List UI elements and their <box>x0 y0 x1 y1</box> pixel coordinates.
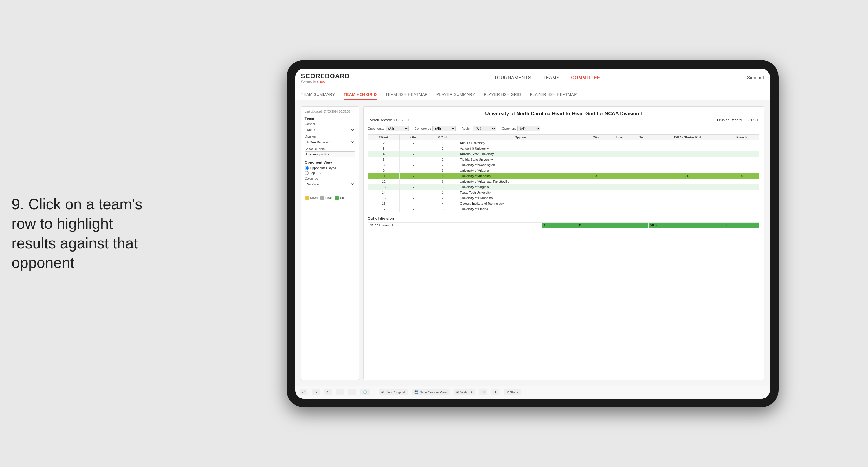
sign-out[interactable]: | Sign out <box>744 75 764 81</box>
cell-conf: 1 <box>428 189 458 195</box>
conference-select[interactable]: (All) <box>432 126 456 132</box>
cell-diff <box>651 201 724 206</box>
cell-conf: 2 <box>428 157 458 162</box>
undo2-button[interactable]: ⟲ <box>324 389 332 396</box>
cell-tie <box>632 195 651 201</box>
col-conf: # Conf <box>428 134 458 140</box>
cell-diff <box>651 206 724 212</box>
opponent-select[interactable]: (All) <box>517 126 540 132</box>
table-row[interactable]: 11-5University of Alabama3002.618 <box>368 173 759 179</box>
out-div-table: NCAA Division II 1 0 0 26.00 3 <box>368 222 760 228</box>
radio-top100[interactable]: Top 100 <box>305 171 355 175</box>
tablet-screen: SCOREBOARD Powered by clippd TOURNAMENTS… <box>295 68 770 399</box>
cell-reg: - <box>400 201 428 206</box>
cell-opponent-name: Texas Tech University <box>458 189 585 195</box>
copy-button[interactable]: ⊞ <box>336 389 344 396</box>
nav-tournaments[interactable]: TOURNAMENTS <box>494 75 531 81</box>
table-row[interactable]: 6-2Florida State University <box>368 157 759 162</box>
table-row[interactable]: 17-3University of Florida <box>368 206 759 212</box>
out-div-row[interactable]: NCAA Division II 1 0 0 26.00 3 <box>368 222 759 228</box>
nav-teams[interactable]: TEAMS <box>543 75 560 81</box>
cell-loss: 0 <box>607 173 632 179</box>
filter-region: Region (All) <box>461 126 496 132</box>
table-row[interactable]: 13-3University of Virginia <box>368 184 759 189</box>
cell-rounds <box>724 206 759 212</box>
grid-button[interactable]: ⊞ <box>479 389 487 396</box>
table-row[interactable]: 12-6University of Arkansas, Fayetteville <box>368 179 759 184</box>
opponents-select[interactable]: (All) <box>385 126 409 132</box>
watch-button[interactable]: 👁 Watch ▾ <box>454 389 475 396</box>
tab-team-h2h-heatmap[interactable]: TEAM H2H HEATMAP <box>385 92 428 100</box>
school-input[interactable] <box>305 151 355 157</box>
opponents-label: Opponents: <box>368 127 384 130</box>
view-label: View: Original <box>385 390 405 394</box>
cell-diff <box>651 162 724 168</box>
undo-button[interactable]: ↩ <box>300 389 307 396</box>
table-row[interactable]: 16-4Georgia Institute of Technology <box>368 201 759 206</box>
share-button[interactable]: ↗ Share <box>504 389 521 396</box>
cell-loss <box>607 140 632 146</box>
region-select[interactable]: (All) <box>473 126 496 132</box>
colour-by-select[interactable]: Win/loss <box>305 181 355 187</box>
legend-down: Down <box>305 196 318 200</box>
division-select[interactable]: NCAA Division I <box>305 139 355 145</box>
cell-rank: 16 <box>368 201 400 206</box>
out-div-rounds: 3 <box>723 222 759 228</box>
nav-committee[interactable]: COMMITTEE <box>571 75 600 81</box>
legend-level-dot <box>320 196 324 200</box>
cell-win <box>585 146 607 151</box>
cell-rank: 4 <box>368 151 400 157</box>
gender-select[interactable]: Men's <box>305 126 355 133</box>
cell-rank: 17 <box>368 206 400 212</box>
cell-rounds: 8 <box>724 173 759 179</box>
opponent-label: Opponent <box>502 127 516 130</box>
tab-player-h2h-grid[interactable]: PLAYER H2H GRID <box>484 92 521 100</box>
out-div-win: 1 <box>542 222 578 228</box>
table-row[interactable]: 2-1Auburn University <box>368 140 759 146</box>
table-row[interactable]: 15-2University of Oklahoma <box>368 195 759 201</box>
cell-rounds <box>724 184 759 189</box>
cell-rounds <box>724 151 759 157</box>
cell-opponent-name: University of Alabama <box>458 173 585 179</box>
cell-rank: 12 <box>368 179 400 184</box>
redo-button[interactable]: ↪ <box>312 389 319 396</box>
radio-opponents-played[interactable]: Opponents Played <box>305 166 355 170</box>
cell-conf: 3 <box>428 206 458 212</box>
table-row[interactable]: 14-1Texas Tech University <box>368 189 759 195</box>
table-row[interactable]: 3-2Vanderbilt University <box>368 146 759 151</box>
cell-win <box>585 189 607 195</box>
table-row[interactable]: 4-1Arizona State University <box>368 151 759 157</box>
region-label: Region <box>461 127 471 130</box>
cell-conf: 4 <box>428 201 458 206</box>
tab-player-summary[interactable]: PLAYER SUMMARY <box>436 92 475 100</box>
cell-win: 3 <box>585 173 607 179</box>
col-opponent: Opponent <box>458 134 585 140</box>
logo-area: SCOREBOARD Powered by clippd <box>301 72 350 83</box>
grid-records: Overall Record: 89 - 17 - 0 Division Rec… <box>368 118 760 122</box>
view-original-button[interactable]: 👁 View: Original <box>379 389 408 396</box>
tab-team-h2h-grid[interactable]: TEAM H2H GRID <box>344 92 376 100</box>
paste-button[interactable]: ⊟ <box>348 389 356 396</box>
logo-scoreboard: SCOREBOARD <box>301 72 350 80</box>
cell-loss <box>607 184 632 189</box>
cell-rank: 9 <box>368 168 400 173</box>
tab-team-summary[interactable]: TEAM SUMMARY <box>301 92 335 100</box>
cell-diff <box>651 179 724 184</box>
cell-diff <box>651 140 724 146</box>
save-custom-button[interactable]: 💾 Save Custom View <box>412 389 449 396</box>
table-row[interactable]: 8-2University of Washington <box>368 162 759 168</box>
out-of-division: Out of division NCAA Division II 1 0 0 2… <box>368 216 760 228</box>
colour-by-label: Colour by <box>305 177 355 180</box>
clock-button[interactable]: 🕐 <box>360 389 370 396</box>
tab-player-h2h-heatmap[interactable]: PLAYER H2H HEATMAP <box>530 92 577 100</box>
download-button[interactable]: ⬇ <box>492 389 499 396</box>
col-diff: Diff Av Strokes/Rnd <box>651 134 724 140</box>
cell-conf: 1 <box>428 140 458 146</box>
table-row[interactable]: 9-3University of Arizona <box>368 168 759 173</box>
cell-loss <box>607 195 632 201</box>
top-nav: SCOREBOARD Powered by clippd TOURNAMENTS… <box>295 68 770 87</box>
cell-diff <box>651 184 724 189</box>
cell-tie <box>632 184 651 189</box>
cell-reg: - <box>400 195 428 201</box>
cell-rank: 3 <box>368 146 400 151</box>
